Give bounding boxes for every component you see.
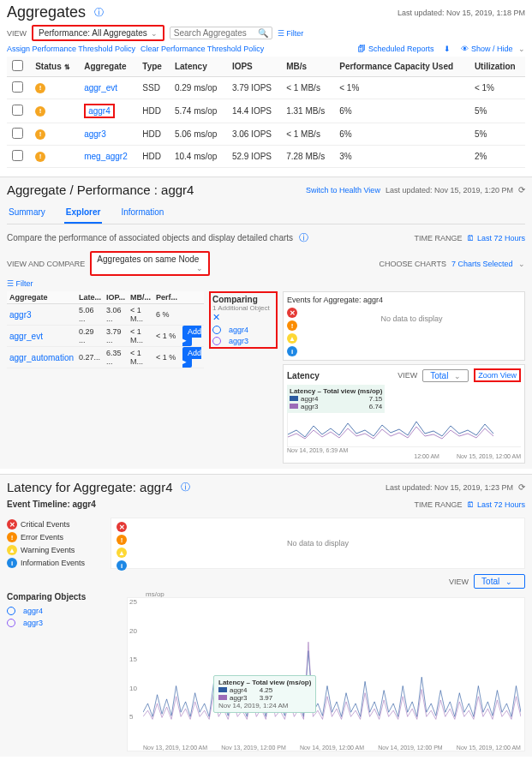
time-range-selector[interactable]: 🗓 Last 72 Hours	[467, 234, 525, 242]
no-data-message: No data to display	[111, 518, 524, 568]
visibility-toggle-icon[interactable]	[7, 607, 15, 615]
event-type-label: Warning Events	[21, 546, 75, 554]
table-row: aggr35.06 ...3.06 ...< 1 M...6 %	[7, 304, 204, 326]
scheduled-reports-link[interactable]: 🗐 Scheduled Reports	[358, 45, 433, 53]
aggregate-link[interactable]: aggr_evt	[84, 83, 117, 93]
latency-view-select[interactable]: Total ⌄	[422, 369, 469, 382]
compare-item[interactable]: aggr4	[23, 607, 43, 615]
row-checkbox[interactable]	[12, 81, 23, 93]
search-input[interactable]: 🔍	[170, 27, 272, 39]
status-icon: !	[35, 83, 45, 93]
col-header[interactable]: Aggregate	[79, 57, 137, 77]
aggregate-link[interactable]: aggr3	[9, 310, 32, 320]
refresh-icon[interactable]: ⟳	[518, 482, 525, 492]
latency-mini-chart[interactable]	[287, 413, 521, 447]
compare-table: AggregateLate...IOP...MB/...Perf... aggr…	[7, 291, 204, 368]
help-icon[interactable]: ⓘ	[94, 6, 104, 19]
compare-item[interactable]: aggr3	[23, 619, 43, 627]
switch-health-view-link[interactable]: Switch to Health View	[306, 186, 380, 195]
chevron-down-icon: ⌄	[505, 578, 512, 586]
detail-last-updated: Last updated: Nov 15, 2019, 1:20 PM	[386, 186, 513, 195]
event-type-icon: !	[7, 532, 17, 542]
help-icon[interactable]: ⓘ	[299, 232, 308, 242]
aggregate-link[interactable]: meg_aggr2	[84, 152, 128, 161]
zoom-view-button[interactable]: Zoom View	[474, 368, 521, 382]
detail-title: Aggregate / Performance : aggr4	[7, 183, 194, 197]
table-row: aggr_evt0.29 ...3.79 ...< 1 M...< 1 %Add…	[7, 326, 204, 347]
status-icon: !	[35, 152, 45, 162]
visibility-toggle-icon[interactable]	[212, 337, 221, 345]
page-title: Aggregates	[7, 3, 86, 21]
visibility-toggle-icon[interactable]	[212, 326, 221, 334]
col-header[interactable]: Utilization	[469, 57, 525, 77]
comparing-header: Comparing	[212, 295, 274, 304]
view-selector[interactable]: Performance: All Aggregates⌄	[32, 25, 164, 41]
filter-button[interactable]: ☰ Filter	[278, 29, 304, 38]
visibility-toggle-icon[interactable]	[7, 619, 15, 627]
chevron-down-icon: ⌄	[454, 372, 461, 380]
col-header[interactable]: IOPS	[227, 57, 281, 77]
row-checkbox[interactable]	[12, 150, 23, 161]
events-title: Events for Aggregate: aggr4	[287, 296, 383, 304]
charts-selected-dropdown[interactable]: 7 Charts Selected ⌄	[451, 260, 525, 268]
refresh-icon[interactable]: ⟳	[518, 185, 525, 195]
chevron-down-icon: ⌄	[196, 264, 203, 272]
aggregate-link[interactable]: aggr_automation	[9, 353, 74, 362]
show-hide-button[interactable]: 👁 Show / Hide ⌄	[461, 45, 525, 53]
clear-threshold-link[interactable]: Clear Performance Threshold Policy	[140, 45, 264, 53]
last-updated: Last updated: Nov 15, 2019, 1:18 PM	[398, 9, 525, 17]
aggregate-link[interactable]: aggr_evt	[9, 332, 43, 341]
critical-icon: ✕	[287, 308, 297, 318]
add-button[interactable]: Add ▸	[182, 326, 201, 346]
row-checkbox[interactable]	[12, 128, 23, 139]
assign-threshold-link[interactable]: Assign Performance Threshold Policy	[7, 45, 135, 53]
event-type-label: Error Events	[21, 533, 63, 542]
select-all-checkbox[interactable]	[12, 60, 23, 71]
tab-summary[interactable]: Summary	[7, 204, 47, 224]
col-header[interactable]: Status ⇅	[30, 57, 79, 77]
filter-button[interactable]: ☰ Filter	[7, 279, 33, 288]
aggregate-link[interactable]: aggr4	[84, 104, 115, 118]
add-button[interactable]: Add ▸	[182, 347, 201, 368]
col-header[interactable]: Perf...	[153, 291, 180, 304]
zoom-title: Latency for Aggregate: aggr4	[7, 480, 172, 494]
col-header[interactable]: Latency	[170, 57, 227, 77]
time-range-selector[interactable]: 🗓 Last 72 Hours	[467, 500, 525, 509]
col-header[interactable]: MB/...	[128, 291, 153, 304]
table-row: !aggr4HDD5.74 ms/op14.4 IOPS1.31 MB/s6%5…	[7, 99, 525, 123]
latency-zoom-chart[interactable]: 252015105 Latency – Total view (ms/op) a…	[127, 597, 525, 751]
warning-icon: ▲	[287, 333, 297, 344]
col-header[interactable]: Performance Capacity Used	[334, 57, 469, 77]
table-row: aggr_automation0.27...6.35 ...< 1 M...< …	[7, 347, 204, 368]
row-checkbox[interactable]	[12, 105, 23, 116]
compare-description: Compare the performance of associated ob…	[7, 231, 308, 244]
col-header[interactable]: MB/s	[281, 57, 334, 77]
compare-item[interactable]: aggr3	[229, 337, 248, 345]
view-compare-selector[interactable]: Aggregates on same Node⌄	[90, 251, 210, 276]
event-type-icon: i	[7, 558, 17, 568]
status-icon: !	[35, 129, 45, 140]
col-header[interactable]: Type	[137, 57, 170, 77]
event-type-label: Critical Events	[21, 520, 70, 529]
col-header[interactable]: Aggregate	[7, 291, 76, 304]
table-row: !aggr_evtSSD0.29 ms/op3.79 IOPS< 1 MB/s<…	[7, 77, 525, 99]
zoom-view-select[interactable]: Total ⌄	[474, 574, 525, 589]
comparing-objects-header: Comparing Objects	[7, 592, 101, 601]
tabs: SummaryExplorerInformation	[7, 204, 525, 224]
info-icon: i	[287, 346, 297, 356]
download-icon[interactable]: ⬇	[444, 45, 451, 53]
legend-swatch	[290, 396, 298, 401]
tab-information[interactable]: Information	[119, 204, 165, 224]
event-timeline-chart[interactable]: ✕ ! ▲ i No data to display	[111, 518, 525, 569]
compare-item[interactable]: aggr4	[229, 326, 248, 334]
tab-explorer[interactable]: Explorer	[64, 204, 103, 224]
col-header[interactable]: IOP...	[104, 291, 128, 304]
view-label: VIEW	[7, 29, 27, 38]
legend-swatch	[290, 404, 298, 409]
chevron-down-icon: ⌄	[151, 29, 158, 38]
close-icon[interactable]: ✕	[212, 312, 220, 322]
search-icon[interactable]: 🔍	[258, 28, 268, 38]
col-header[interactable]: Late...	[76, 291, 104, 304]
aggregates-table: Status ⇅AggregateTypeLatencyIOPSMB/sPerf…	[7, 57, 525, 168]
latency-label: Latency	[287, 371, 320, 380]
